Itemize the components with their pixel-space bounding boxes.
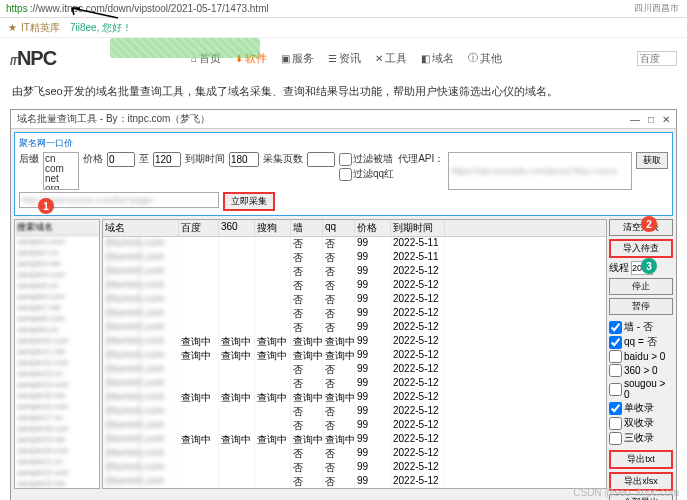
redacted-box: [110, 38, 260, 58]
suffix-list[interactable]: cncomnetorg: [43, 152, 79, 190]
list-item[interactable]: sample6.com: [15, 291, 99, 302]
import-button[interactable]: 导入待查: [609, 239, 673, 258]
list-item[interactable]: sample9.cn: [15, 324, 99, 335]
list-item[interactable]: sample12.com: [15, 357, 99, 368]
filter-checkbox[interactable]: qq = 否: [609, 335, 673, 349]
site-logo[interactable]: ITITNPCNPC: [10, 47, 56, 70]
table-row[interactable]: (blurred).com查询中查询中查询中查询中查询中992022-5-12: [103, 433, 606, 447]
bookmarks-bar[interactable]: ★ IT精英库 7ii8ee, 您好！: [0, 18, 687, 38]
nav-域名[interactable]: ◧域名: [421, 51, 454, 66]
list-item[interactable]: sample13.cn: [15, 368, 99, 379]
pages-label: 采集页数: [263, 152, 303, 166]
window-titlebar[interactable]: 域名批量查询工具 - By：itnpc.com（梦飞） —□✕: [11, 110, 676, 129]
expiry-label: 到期时间: [185, 152, 225, 166]
col-header[interactable]: 价格: [355, 220, 391, 236]
filter-checkbox[interactable]: 墙 - 否: [609, 320, 673, 334]
filter-checkbox[interactable]: 单收录: [609, 401, 673, 415]
col-header[interactable]: 360: [219, 220, 255, 236]
table-row[interactable]: (blurred).com否否992022-5-11: [103, 251, 606, 265]
table-row[interactable]: (blurred).com否否992022-5-12: [103, 447, 606, 461]
filter-checkbox[interactable]: sougou > 0: [609, 378, 673, 400]
result-table[interactable]: 域名百度360搜狗墙qq价格到期时间 (blurred).com否否992022…: [102, 219, 607, 489]
table-row[interactable]: (blurred).com否否992022-5-12: [103, 405, 606, 419]
list-item[interactable]: sample5.cn: [15, 280, 99, 291]
table-row[interactable]: (blurred).com查询中查询中查询中查询中查询中992022-5-12: [103, 349, 606, 363]
table-row[interactable]: (blurred).com否否992022-5-12: [103, 363, 606, 377]
filter-qq-checkbox[interactable]: 过滤qq红: [339, 167, 394, 181]
price-label: 价格: [83, 152, 103, 166]
col-header[interactable]: 百度: [179, 220, 219, 236]
collect-button[interactable]: 立即采集: [223, 192, 275, 211]
list-item[interactable]: sample4.com: [15, 269, 99, 280]
window-button[interactable]: ✕: [662, 114, 670, 125]
list-item[interactable]: sample8.com: [15, 313, 99, 324]
filter-checkbox[interactable]: 360 > 0: [609, 364, 673, 377]
price-min-input[interactable]: [107, 152, 135, 167]
filter-wall-checkbox[interactable]: 过滤被墙: [339, 152, 394, 166]
window-button[interactable]: —: [630, 114, 640, 125]
address-bar[interactable]: https ://www.itnpc.com/down/vipstool/202…: [0, 0, 687, 18]
star-icon: ★: [8, 22, 17, 33]
table-row[interactable]: (blurred).com否否992022-5-12: [103, 419, 606, 433]
list-item[interactable]: sample3.net: [15, 258, 99, 269]
col-header[interactable]: qq: [323, 220, 355, 236]
list-item[interactable]: sample16.com: [15, 401, 99, 412]
proxy-input[interactable]: https://api.example.com/proxy?key=xxxxx: [448, 152, 632, 190]
table-row[interactable]: (blurred).com否否992022-5-12: [103, 307, 606, 321]
list-item[interactable]: sample15.net: [15, 390, 99, 401]
filter-checkbox[interactable]: baidu > 0: [609, 350, 673, 363]
table-row[interactable]: (blurred).com否否992022-5-12: [103, 265, 606, 279]
col-header[interactable]: 到期时间: [391, 220, 445, 236]
watermark: CSDN @seo_itnpc.com: [573, 487, 679, 498]
table-row[interactable]: (blurred).com否否992022-5-12: [103, 321, 606, 335]
list-item[interactable]: sample21.cn: [15, 456, 99, 467]
table-row[interactable]: (blurred).com否否992022-5-12: [103, 475, 606, 489]
list-item[interactable]: sample2.cn: [15, 247, 99, 258]
get-proxy-button[interactable]: 获取: [636, 152, 668, 169]
expiry-input[interactable]: [229, 152, 259, 167]
table-row[interactable]: (blurred).com否否992022-5-12: [103, 377, 606, 391]
table-row[interactable]: (blurred).com否否992022-5-12: [103, 279, 606, 293]
table-row[interactable]: (blurred).com否否992022-5-12: [103, 293, 606, 307]
list-item[interactable]: sample19.net: [15, 434, 99, 445]
list-item[interactable]: sample11.net: [15, 346, 99, 357]
col-header[interactable]: 域名: [103, 220, 179, 236]
search-input[interactable]: [637, 51, 677, 66]
table-row[interactable]: (blurred).com查询中查询中查询中查询中查询中992022-5-12: [103, 391, 606, 405]
pause-button[interactable]: 暂停: [609, 298, 673, 315]
nav-工具[interactable]: ✕工具: [375, 51, 407, 66]
search-box[interactable]: [637, 51, 677, 66]
table-row[interactable]: (blurred).com查询中查询中查询中查询中查询中992022-5-12: [103, 335, 606, 349]
domain-list[interactable]: 搜索域名 sample1.comsample2.cnsample3.netsam…: [14, 219, 100, 489]
list-item[interactable]: sample22.com: [15, 467, 99, 478]
list-item[interactable]: sample23.net: [15, 478, 99, 489]
price-max-input[interactable]: [153, 152, 181, 167]
nav-其他[interactable]: ⓘ其他: [468, 51, 502, 66]
stop-button[interactable]: 停止: [609, 278, 673, 295]
page-description: 由梦飞seo开发的域名批量查询工具，集成了域名采集、查询和结果导出功能，帮助用户…: [0, 78, 687, 105]
filter-checkbox[interactable]: 双收录: [609, 416, 673, 430]
nav-服务[interactable]: ▣服务: [281, 51, 314, 66]
list-item[interactable]: sample10.com: [15, 335, 99, 346]
list-item[interactable]: sample18.com: [15, 423, 99, 434]
list-item[interactable]: sample7.net: [15, 302, 99, 313]
app-window: 域名批量查询工具 - By：itnpc.com（梦飞） —□✕ 聚名网一口价 后…: [10, 109, 677, 500]
table-row[interactable]: (blurred).com否否992022-5-12: [103, 461, 606, 475]
annotation-badge-3: 3: [641, 258, 657, 274]
export-txt-button[interactable]: 导出txt: [609, 450, 673, 469]
col-header[interactable]: 搜狗: [255, 220, 291, 236]
nav-资讯[interactable]: ☰资讯: [328, 51, 361, 66]
window-button[interactable]: □: [648, 114, 654, 125]
region-label: 四川西昌市: [634, 2, 679, 15]
list-item[interactable]: sample20.com: [15, 445, 99, 456]
bookmark-item[interactable]: IT精英库: [21, 21, 60, 35]
col-header[interactable]: 墙: [291, 220, 323, 236]
table-row[interactable]: (blurred).com否否992022-5-11: [103, 237, 606, 251]
threads-label: 线程: [609, 261, 629, 275]
list-item[interactable]: sample17.cn: [15, 412, 99, 423]
pages-input[interactable]: [307, 152, 335, 167]
url-text: ://www.itnpc.com/down/vipstool/2021-05-1…: [30, 3, 269, 14]
filter-checkbox[interactable]: 三收录: [609, 431, 673, 445]
list-item[interactable]: sample1.com: [15, 236, 99, 247]
list-item[interactable]: sample14.com: [15, 379, 99, 390]
